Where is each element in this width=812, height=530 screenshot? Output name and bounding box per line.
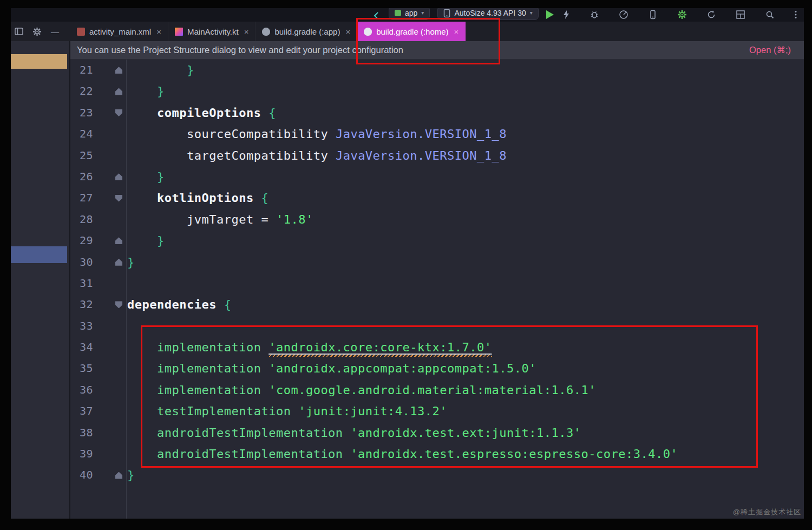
code-text: jvmTarget = '1.8' (126, 209, 313, 230)
code-line-40: 40} (70, 464, 804, 486)
fold-marker-start[interactable] (115, 109, 122, 116)
code-line-37: 37 testImplementation 'junit:junit:4.13.… (70, 401, 804, 422)
code-line-21: 21 } (70, 60, 804, 81)
code-line-31: 31 (70, 273, 804, 294)
run-icon[interactable] (546, 10, 554, 19)
panel-highlighted-row[interactable] (11, 54, 67, 69)
line-number: 21 (70, 60, 93, 81)
tab-label: MainActivity.kt (187, 27, 239, 36)
code-line-27: 27 kotlinOptions { (70, 187, 804, 208)
tab-mainactivity-kt[interactable]: MainActivity.kt× (168, 22, 256, 41)
line-number: 28 (70, 209, 93, 230)
gutter-cell (93, 301, 126, 308)
tool-window-controls: — (11, 22, 70, 41)
line-number: 40 (70, 464, 93, 486)
tab-activity-main-xml[interactable]: activity_main.xml× (70, 22, 168, 41)
notification-banner: You can use the Project Structure dialog… (70, 41, 804, 60)
device-manager-icon[interactable] (648, 10, 658, 19)
search-icon[interactable] (765, 10, 775, 19)
code-text: compileOptions { (126, 102, 276, 123)
fold-marker-end[interactable] (115, 237, 122, 244)
fold-marker-end[interactable] (115, 259, 122, 266)
code-text: } (126, 81, 165, 102)
bug-icon[interactable] (590, 10, 599, 19)
code-text: androidTestImplementation 'androidx.test… (126, 422, 581, 443)
tab-build-gradle-app[interactable]: build.gradle (:app)× (256, 22, 357, 41)
tab-label: build.gradle (:app) (274, 27, 340, 36)
gradle-icon (364, 28, 372, 36)
settings-gear-icon[interactable] (677, 10, 687, 19)
code-line-34: 34 implementation 'androidx.core:core-kt… (70, 337, 804, 358)
line-number: 39 (70, 443, 93, 464)
code-text: targetCompatibility JavaVersion.VERSION_… (126, 145, 507, 166)
back-icon[interactable] (372, 11, 381, 20)
code-line-38: 38 androidTestImplementation 'androidx.t… (70, 422, 804, 443)
gutter-cell (93, 88, 126, 95)
tab-bar: — activity_main.xml×MainActivity.kt×buil… (11, 22, 804, 41)
line-number: 33 (70, 316, 93, 337)
project-panel (11, 41, 70, 519)
tab-label: build.gradle (:home) (376, 27, 448, 36)
code-line-32: 32dependencies { (70, 294, 804, 315)
code-line-33: 33 (70, 316, 804, 337)
fold-marker-end[interactable] (115, 173, 122, 180)
layout-inspector-icon[interactable] (736, 10, 745, 19)
toolbar-icon-row (561, 10, 797, 20)
line-number: 24 (70, 123, 93, 145)
device-icon (443, 9, 450, 18)
gutter-cell (93, 472, 126, 479)
panel-selected-row[interactable] (11, 246, 67, 263)
code-text: implementation 'com.google.android.mater… (126, 379, 596, 401)
fold-marker-start[interactable] (115, 195, 122, 202)
code-text: implementation 'androidx.core:core-ktx:1… (126, 337, 492, 358)
sync-icon[interactable] (706, 10, 716, 19)
device-selector[interactable]: AutoSize 4.93 API 30 ▾ (437, 8, 538, 20)
line-number: 25 (70, 145, 93, 166)
profiler-icon[interactable] (619, 10, 628, 19)
line-number: 30 (70, 252, 93, 273)
close-icon[interactable]: × (156, 27, 161, 36)
apply-changes-icon[interactable] (561, 10, 570, 19)
line-number: 22 (70, 81, 93, 102)
line-number: 32 (70, 294, 93, 315)
module-label: app (405, 9, 417, 17)
code-text: sourceCompatibility JavaVersion.VERSION_… (126, 123, 507, 145)
code-text: } (126, 60, 194, 81)
line-number: 23 (70, 102, 93, 123)
gutter-cell (93, 67, 126, 74)
code-text: dependencies { (126, 294, 231, 315)
main-toolbar: app ▾ AutoSize 4.93 API 30 ▾ (11, 8, 804, 22)
gradle-icon (262, 28, 270, 36)
gear-icon[interactable] (32, 27, 42, 36)
line-number: 37 (70, 401, 93, 422)
module-selector[interactable]: app ▾ (389, 8, 430, 20)
banner-open-link[interactable]: Open (⌘;) (749, 45, 791, 55)
close-icon[interactable]: × (454, 27, 459, 36)
chevron-down-icon: ▾ (530, 10, 533, 16)
code-line-23: 23 compileOptions { (70, 102, 804, 123)
minimize-icon[interactable]: — (51, 27, 59, 36)
code-text: } (126, 230, 165, 251)
code-area: 21 }22 }23 compileOptions {24 sourceComp… (70, 60, 804, 519)
tabs: activity_main.xml×MainActivity.kt×build.… (70, 22, 466, 41)
line-number: 34 (70, 337, 93, 358)
fold-marker-start[interactable] (115, 301, 122, 308)
gutter-cell (93, 259, 126, 266)
fold-marker-end[interactable] (115, 67, 122, 74)
line-number: 29 (70, 230, 93, 251)
editor[interactable]: 21 }22 }23 compileOptions {24 sourceComp… (70, 60, 804, 519)
fold-marker-end[interactable] (115, 472, 122, 479)
tab-build-gradle-home[interactable]: build.gradle (:home)× (357, 22, 466, 41)
code-line-28: 28 jvmTarget = '1.8' (70, 209, 804, 230)
gutter-cell (93, 109, 126, 116)
line-number: 35 (70, 358, 93, 379)
more-options-icon[interactable] (794, 10, 797, 19)
code-text: } (126, 252, 135, 273)
close-icon[interactable]: × (345, 27, 350, 36)
line-number: 26 (70, 166, 93, 187)
gutter-cell (93, 237, 126, 244)
project-tool-window-icon[interactable] (15, 28, 23, 35)
close-icon[interactable]: × (244, 27, 249, 36)
fold-marker-end[interactable] (115, 88, 122, 95)
code-line-26: 26 } (70, 166, 804, 187)
